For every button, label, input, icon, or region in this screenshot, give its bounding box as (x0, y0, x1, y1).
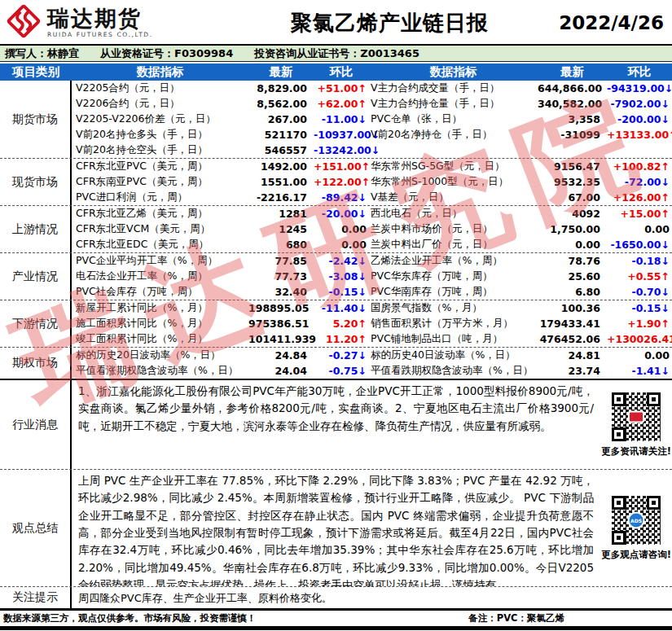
indicator-label: PVC华东库存（万吨，周） (369, 269, 538, 283)
indicator-label: PVC仓单（张，日） (369, 112, 538, 126)
category-label: 期权市场 (0, 348, 72, 379)
indicator-change: -3.08↓ (314, 270, 369, 283)
indicator-value: 1,750.00 (538, 223, 607, 235)
qr-finder-icon (647, 496, 661, 510)
indicator-value: 179433.41 (538, 318, 607, 330)
brand-name: 瑞达期货 (47, 7, 153, 30)
indicator-label: V主力合约成交量（手，日） (369, 81, 538, 95)
industry-news-text: 1、浙江嘉化能源化工股份有限公司PVC年产能30万吨，企业PVC开工正常，100… (72, 380, 600, 469)
indicator-value: 67.00 (538, 191, 607, 204)
indicator-change: -94319.00↓ (607, 82, 672, 94)
indicator-label: 国房景气指数（%，月） (369, 301, 538, 315)
qr-finder-icon (612, 427, 626, 441)
report-date: 2022/4/26 (559, 12, 667, 33)
disclaimer-text: 数据来源第三方，观点仅供参考。市场有风险，投资需谨慎！ (0, 612, 257, 624)
footer-note: 备注：PVC：聚氯乙烯 (468, 612, 564, 624)
indicator-value: 1245 (248, 223, 314, 235)
category-label: 行业消息 (0, 380, 72, 469)
section-futures-market: 期货市场 V2205合约（元，日） 8,829.00 +51.00↑ V主力合约… (0, 81, 672, 159)
indicator-change: +15.00↑ (607, 208, 672, 220)
indicator-value: 24.04 (248, 365, 314, 377)
indicator-change: -0.15↓ (314, 286, 369, 298)
indicator-change: -20.00↓ (314, 208, 369, 220)
indicator-value: 680 (248, 239, 314, 251)
indicator-change: +151.00↑ (314, 160, 369, 173)
advisory-number: 投资咨询从业证书号：Z0013465 (254, 46, 419, 61)
indicator-value: 24.84 (248, 349, 314, 362)
indicator-value: 32.40 (248, 286, 314, 298)
indicator-label: 兰炭中料市场价（元，日） (369, 222, 538, 236)
category-label: 关注提示 (0, 587, 72, 608)
indicator-label: CFR东北亚PVC（美元，周） (72, 160, 248, 173)
watch-tips-text: 周四隆众PVC库存、生产企业开工率、原料价格变化。 (72, 587, 672, 608)
indicator-label: 新屋开工累计同比（%，月） (72, 301, 248, 315)
indicator-value: 6.80 (538, 286, 607, 298)
indicator-value: 476452.06 (538, 333, 607, 345)
indicator-label: 竣工面积累计同比（%，月） (72, 332, 248, 346)
report-footer: 数据来源第三方，观点仅供参考。市场有风险，投资需谨慎！ 备注：PVC：聚氯乙烯 (0, 608, 672, 630)
indicator-change: +130026.41↑ (607, 333, 672, 345)
qr-center-badge (628, 410, 644, 423)
indicator-change: -0.15↓ (607, 302, 672, 314)
indicator-label: 销售面积累计（万平方米，月） (369, 317, 538, 331)
indicator-value: 8,829.00 (248, 82, 314, 94)
indicator-value: 975386.51 (248, 318, 314, 330)
indicator-value: 340,582.00 (538, 98, 607, 110)
indicator-value: 9532.35 (538, 176, 607, 188)
category-label: 期货市场 (0, 81, 72, 158)
brand: 瑞达期货 RUIDA FUTURES CO.,LTD. (5, 2, 221, 43)
column-header: 最新 (248, 64, 314, 80)
indicator-label: CFR东北亚乙烯（美元，周） (72, 207, 248, 221)
indicator-label: V主力合约持仓量（手，日） (369, 97, 538, 111)
indicator-label: 兰炭中料出厂价（元，日） (369, 238, 538, 252)
brand-text: 瑞达期货 RUIDA FUTURES CO.,LTD. (47, 7, 153, 37)
section-watch-tips: 关注提示 周四隆众PVC库存、生产企业开工率、原料价格变化。 (0, 587, 672, 608)
category-label: 产业情况 (0, 253, 72, 300)
indicator-label: 标的历史40日波动率（%，日） (369, 348, 538, 362)
indicator-change: -0.27↓ (314, 349, 369, 362)
section-industry-news: 行业消息 1、浙江嘉化能源化工股份有限公司PVC年产能30万吨，企业PVC开工正… (0, 380, 672, 470)
indicator-change: +126.00↑ (607, 191, 672, 204)
indicator-change: +62.00↑ (314, 98, 369, 110)
brand-subtitle: RUIDA FUTURES CO.,LTD. (47, 31, 153, 38)
indicator-label: V2205-V2206价差（元，日） (72, 112, 248, 126)
qr-finder-icon (612, 392, 626, 406)
news-qr-block: 更多资讯请关注! (600, 380, 672, 469)
indicator-value: 1551.00 (248, 176, 314, 188)
section-industry: 产业情况 PVC企业平均开工率（%，周） 77.85 -2.42↓ 乙烯法企业开… (0, 253, 672, 300)
column-header: 环比 (607, 64, 672, 80)
indicator-change: 0.00 (314, 223, 369, 235)
qualification-number: 从业资格证号：F0309984 (100, 46, 233, 61)
indicator-value: 25.60 (538, 270, 607, 283)
section-options-market: 期权市场 标的历史20日波动率（%，日） 24.84 -0.27↓ 标的历史40… (0, 348, 672, 380)
qr-caption: 更多资讯请关注! (601, 445, 671, 458)
indicator-change: +1.90↑ (607, 318, 672, 330)
indicator-value: 8,562.00 (248, 98, 314, 110)
section-viewpoint-summary: 观点总结 上周 PVC 生产企业开工率在 77.85%，环比下降 2.29%，同… (0, 470, 672, 587)
indicator-change: 0.00 (607, 349, 672, 362)
indicator-label: 标的历史20日波动率（%，日） (72, 348, 248, 362)
indicator-value: 77.73 (248, 270, 314, 283)
indicator-change: -7902.00↓ (607, 98, 672, 110)
indicator-value: 267.00 (248, 113, 314, 125)
indicator-change: +100.82↑ (607, 160, 672, 173)
indicator-label: CFR东南亚PVC（美元，周） (72, 175, 248, 189)
indicator-value: 100.36 (538, 302, 607, 314)
indicator-value: 101411.939 (248, 333, 314, 345)
indicator-label: V2205合约（元，日） (72, 81, 248, 95)
qr-caption: 更多观点请咨询! (601, 549, 671, 561)
indicator-value: 77.85 (248, 255, 314, 267)
indicator-change: -89.42↓ (314, 191, 369, 204)
category-label: 下游情况 (0, 300, 72, 347)
column-header: 环比 (314, 64, 369, 80)
indicator-change: -11.40↓ (314, 302, 369, 314)
indicator-value: 23.74 (538, 365, 607, 377)
column-header: 项目类别 (0, 64, 72, 80)
indicator-change: -2.42↓ (314, 255, 369, 267)
indicator-value: 78.76 (538, 255, 607, 267)
indicator-value: 521170 (248, 129, 314, 141)
column-header: 数据指标 (72, 64, 248, 80)
indicator-label: PVC进口利润（元，周） (72, 191, 248, 204)
category-label: 现货市场 (0, 159, 72, 205)
indicator-change: -200.00↓ (607, 113, 672, 125)
